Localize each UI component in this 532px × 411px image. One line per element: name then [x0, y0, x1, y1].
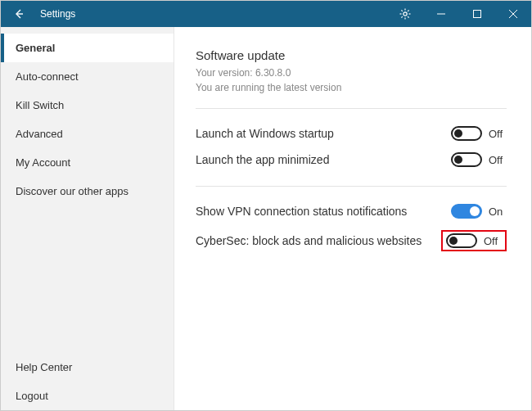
version-text: Your version: 6.30.8.0: [196, 65, 507, 80]
toggle-launch-minimized-state: Off: [489, 154, 507, 166]
version-status-text: You are running the latest version: [196, 80, 507, 95]
software-update-heading: Software update: [196, 48, 507, 62]
toggle-notifications-state: On: [489, 206, 507, 218]
row-launch-startup: Launch at Windows startup Off: [196, 120, 507, 147]
sidebar-help-center[interactable]: Help Center: [1, 353, 174, 382]
sidebar-item-general[interactable]: General: [1, 34, 174, 62]
svg-line-7: [408, 16, 408, 17]
divider: [196, 108, 507, 109]
divider: [196, 186, 507, 187]
back-arrow-icon: [12, 7, 25, 20]
label-cybersec: CyberSec: block ads and malicious websit…: [196, 234, 422, 247]
toggle-launch-startup[interactable]: [451, 126, 482, 141]
toggle-cybersec[interactable]: [446, 233, 477, 248]
toggle-launch-startup-state: Off: [489, 128, 507, 140]
maximize-icon: [472, 9, 482, 19]
minimize-button[interactable]: [423, 1, 459, 27]
close-icon: [508, 9, 518, 19]
gear-icon: [399, 7, 412, 20]
label-launch-minimized: Launch the app minimized: [196, 153, 329, 166]
content-panel: Software update Your version: 6.30.8.0 Y…: [174, 27, 531, 410]
sidebar-logout[interactable]: Logout: [1, 382, 174, 410]
toggle-notifications[interactable]: [451, 204, 482, 219]
sidebar-item-advanced[interactable]: Advanced: [1, 120, 174, 148]
row-notifications: Show VPN connection status notifications…: [196, 198, 507, 224]
maximize-button[interactable]: [459, 1, 495, 27]
label-notifications: Show VPN connection status notifications: [196, 205, 407, 218]
minimize-icon: [436, 9, 446, 19]
sidebar-item-my-account[interactable]: My Account: [1, 148, 174, 177]
row-launch-minimized: Launch the app minimized Off: [196, 147, 507, 173]
sidebar-item-kill-switch[interactable]: Kill Switch: [1, 91, 174, 120]
svg-line-8: [401, 16, 402, 17]
window-title: Settings: [37, 8, 75, 20]
sidebar: General Auto-connect Kill Switch Advance…: [1, 27, 174, 410]
back-button[interactable]: [1, 1, 37, 27]
svg-line-9: [408, 10, 408, 11]
toggle-cybersec-state: Off: [484, 235, 502, 247]
row-cybersec: CyberSec: block ads and malicious websit…: [196, 224, 507, 257]
label-launch-startup: Launch at Windows startup: [196, 127, 334, 140]
svg-line-6: [401, 10, 402, 11]
sidebar-item-auto-connect[interactable]: Auto-connect: [1, 62, 174, 91]
close-button[interactable]: [495, 1, 531, 27]
settings-gear-button[interactable]: [387, 1, 423, 27]
svg-point-1: [404, 12, 407, 16]
svg-rect-11: [474, 11, 481, 18]
cybersec-highlight-box: Off: [441, 230, 507, 251]
toggle-launch-minimized[interactable]: [451, 152, 482, 167]
sidebar-item-discover-apps[interactable]: Discover our other apps: [1, 177, 174, 206]
titlebar: Settings: [1, 1, 531, 27]
